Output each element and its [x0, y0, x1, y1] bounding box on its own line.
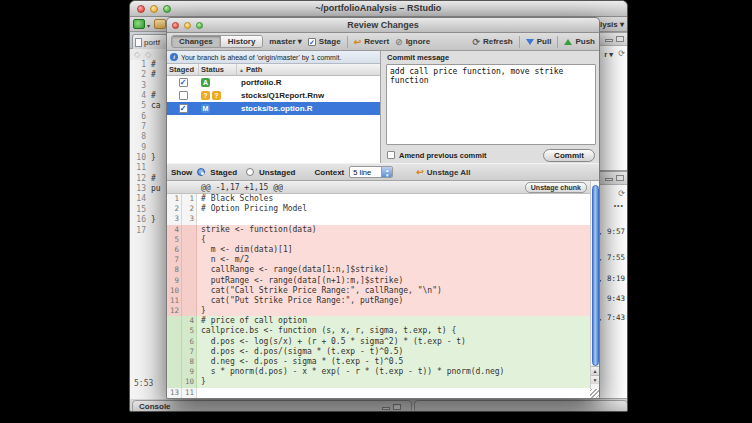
bottom-right-panel-header[interactable] [414, 400, 628, 412]
pane-minmax-icons[interactable] [382, 404, 401, 410]
commit-message-input[interactable]: add call price function, move strike fun… [386, 64, 596, 145]
editor-line: 17 [130, 226, 166, 236]
tab-changes[interactable]: Changes [172, 36, 220, 47]
line-number: 3 [130, 81, 146, 91]
line-text: # [146, 70, 156, 80]
nav-forward-icon[interactable]: ◇ [145, 50, 151, 59]
staged-checkbox[interactable]: ✓ [179, 104, 188, 113]
new-line-number [182, 265, 197, 275]
editor-line: 11 [130, 163, 166, 173]
editor-nav-row: ◇ ◇ [130, 49, 167, 60]
more-icon[interactable]: ••• [614, 202, 624, 209]
radio-unstaged-label[interactable]: Unstaged [259, 168, 295, 177]
line-text: # [146, 174, 156, 184]
diff-line-del[interactable]: 8 callRange <- range(data[1:n,]$strike) [167, 265, 590, 275]
show-label: Show [171, 168, 192, 177]
diff-line-add[interactable]: 10} [167, 377, 590, 387]
open-file-icon[interactable] [154, 19, 166, 29]
unstage-all-button[interactable]: ↩ Unstage All [416, 167, 470, 177]
diff-code: m <- dim(data)[1] [197, 245, 293, 255]
diff-line-add[interactable]: 5callprice.bs <- function (s, x, r, sigm… [167, 326, 590, 336]
radio-staged[interactable] [197, 168, 205, 176]
diff-line-add[interactable]: 9 s * pnorm(d.pos) - x * exp( - r * (t.e… [167, 367, 590, 377]
diff-line-add[interactable]: 8 d.neg <- d.pos - sigma * (t.exp - t)^0… [167, 357, 590, 367]
diff-code: callprice.bs <- function (s, x, r, sigma… [197, 326, 456, 336]
chunk-header-bar: @@ -1,17 +1,15 @@ Unstage chunk [167, 181, 590, 194]
line-number: 6 [130, 112, 146, 122]
diff-lines[interactable]: 11# Black Scholes22# Option Pricing Mode… [167, 194, 590, 398]
status-cell: A [199, 78, 237, 87]
diff-code: n <- m/2 [197, 255, 249, 265]
revert-button[interactable]: ↩ Revert [354, 37, 389, 47]
radio-unstaged[interactable] [246, 168, 254, 176]
chunk-header: @@ -1,17 +1,15 @@ [201, 183, 283, 192]
amend-checkbox[interactable] [387, 151, 395, 159]
column-path[interactable]: ▲ Path [237, 64, 380, 75]
new-file-icon[interactable] [133, 19, 145, 29]
diff-line-add[interactable]: 4# price of call option [167, 316, 590, 326]
diff-line-ctx[interactable]: 22# Option Pricing Model [167, 204, 590, 214]
unstage-chunk-button[interactable]: Unstage chunk [525, 182, 587, 193]
pane-minmax-icons[interactable] [605, 36, 624, 42]
push-button[interactable]: Push [564, 37, 595, 46]
amend-row: Amend previous commit Commit [386, 148, 596, 163]
new-line-number: 5 [182, 326, 197, 336]
editor-line: 14 [130, 194, 166, 204]
editor-line: 9 [130, 143, 166, 153]
staged-checkbox[interactable] [179, 91, 188, 100]
context-select[interactable]: 5 line ▲▼ [349, 166, 393, 178]
file-row[interactable]: ✓Aportfolio.R [167, 76, 380, 89]
file-row[interactable]: ✓Mstocks/bs.option.R [167, 102, 380, 115]
scrollbar-thumb[interactable] [592, 185, 599, 366]
radio-staged-label[interactable]: Staged [210, 168, 237, 177]
dialog-title: Review Changes [167, 20, 599, 30]
tab-portfolio-r[interactable]: portf [132, 34, 168, 49]
diff-line-del[interactable]: 9 putRange <- range(data[(n+1):m,]$strik… [167, 276, 590, 286]
diff-line-ctx[interactable]: 11# Black Scholes [167, 194, 590, 204]
column-staged[interactable]: Staged [167, 64, 199, 75]
diff-line-del[interactable]: 4strike <- function(data) [167, 225, 590, 235]
pull-button[interactable]: Pull [526, 37, 552, 46]
column-status[interactable]: Status [199, 64, 237, 75]
scroll-down-icon[interactable]: ▼ [591, 375, 599, 384]
diff-scrollbar[interactable]: ▲ ▼ [590, 181, 599, 398]
diff-line-add[interactable]: 7 d.pos <- d.pos/(sigma * (t.exp - t)^0.… [167, 347, 590, 357]
diff-code: d.neg <- d.pos - sigma * (t.exp - t)^0.5 [197, 357, 403, 367]
diff-line-del[interactable]: 12} [167, 306, 590, 316]
nav-back-icon[interactable]: ◇ [134, 50, 140, 59]
line-number: 2 [130, 70, 146, 80]
pane-branch-label[interactable]: r ▾ [604, 50, 613, 59]
diff-line-del[interactable]: 6 m <- dim(data)[1] [167, 245, 590, 255]
chevron-down-icon[interactable]: ▾ [147, 22, 150, 29]
old-line-number: 7 [167, 255, 182, 265]
commit-button[interactable]: Commit [543, 149, 595, 162]
diff-line-del[interactable]: 10 cat("Call Strike Price Range:", callR… [167, 286, 590, 296]
ignore-button[interactable]: ⊘ Ignore [395, 37, 430, 47]
diff-line-ctx[interactable]: 33 [167, 214, 590, 224]
source-editor[interactable]: 1#2#34#5ca678910}1112#13pu141516}17 [130, 60, 167, 399]
console-panel-header[interactable]: Console [132, 400, 412, 412]
diff-line-del[interactable]: 5{ [167, 235, 590, 245]
refresh-icon[interactable]: ⟳ [618, 49, 625, 58]
pane-minmax-icons[interactable] [605, 175, 624, 181]
line-text [146, 205, 151, 215]
diff-line-add[interactable]: 6 d.pos <- log(s/x) + (r + 0.5 * sigma^2… [167, 337, 590, 347]
branch-dropdown[interactable]: master ▾ [269, 37, 301, 46]
line-number: 1 [130, 60, 146, 70]
refresh-icon[interactable]: ⟳ [618, 189, 625, 198]
tab-history[interactable]: History [220, 36, 263, 47]
new-line-number [182, 306, 197, 316]
main-titlebar[interactable]: ~/portfolioAnalysis – RStudio [130, 1, 627, 17]
file-row[interactable]: ??stocks/Q1Report.Rnw [167, 89, 380, 102]
diff-line-ctx[interactable]: 1311 [167, 388, 590, 398]
diff-code: # Black Scholes [197, 194, 273, 204]
scroll-up-icon[interactable]: ▲ [591, 366, 599, 375]
staged-checkbox[interactable]: ✓ [179, 78, 188, 87]
line-text [146, 163, 151, 173]
diff-line-del[interactable]: 11 cat("Put Strike Price Range:", putRan… [167, 296, 590, 306]
stage-button[interactable]: ✓ Stage [308, 37, 341, 46]
resize-grip-icon[interactable] [590, 389, 599, 398]
dialog-titlebar[interactable]: Review Changes [167, 18, 599, 33]
diff-line-del[interactable]: 7 n <- m/2 [167, 255, 590, 265]
refresh-button[interactable]: ⟳ Refresh [472, 37, 512, 47]
